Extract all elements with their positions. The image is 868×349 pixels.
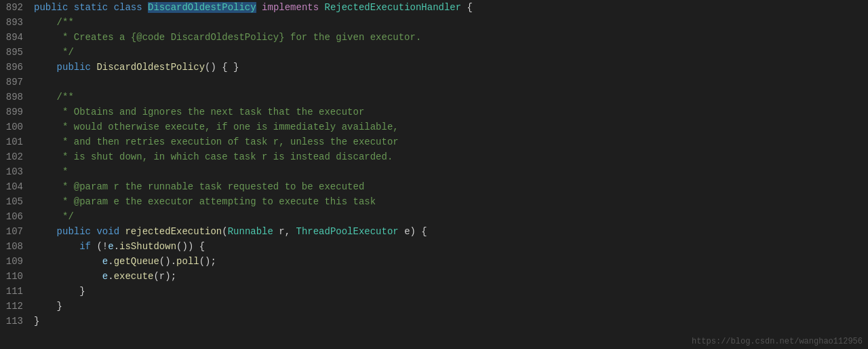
line-content: e.execute(r); [34,269,176,284]
table-row: 897 [0,75,868,90]
line-content: public static class DiscardOldestPolicy … [34,0,473,15]
line-content: * @param r the runnable task requested t… [34,179,364,194]
line-content: * would otherwise execute, if one is imm… [34,120,399,134]
line-content: * Obtains and ignores the next task that… [34,105,364,120]
line-content: */ [34,45,74,60]
table-row: 101 * and then retries execution of task… [0,134,868,149]
table-row: 110 e.execute(r); [0,269,868,284]
line-content: /** [34,15,74,30]
line-number: 113 [0,314,34,329]
line-content: /** [34,90,74,105]
table-row: 112 } [0,299,868,314]
line-number: 893 [0,15,34,30]
line-content: * @param e the executor attempting to ex… [34,194,376,209]
line-content: } [34,299,62,314]
table-row: 105 * @param e the executor attempting t… [0,194,868,209]
table-row: 896 public DiscardOldestPolicy() { } [0,60,868,75]
line-number: 898 [0,90,34,105]
line-number: 112 [0,299,34,314]
line-number: 104 [0,179,34,194]
table-row: 893 /** [0,15,868,30]
table-row: 113} [0,314,868,329]
table-row: 109 e.getQueue().poll(); [0,254,868,269]
line-number: 102 [0,149,34,164]
code-lines: 892public static class DiscardOldestPoli… [0,0,868,329]
line-number: 105 [0,194,34,209]
line-number: 894 [0,30,34,45]
line-content: if (!e.isShutdown()) { [34,239,205,254]
line-number: 110 [0,269,34,284]
line-number: 897 [0,75,34,90]
table-row: 892public static class DiscardOldestPoli… [0,0,868,15]
line-number: 101 [0,134,34,149]
watermark: https://blog.csdn.net/wanghao112956 [692,337,863,346]
line-content: * [34,164,68,179]
line-number: 111 [0,284,34,299]
line-content [34,75,39,90]
line-number: 103 [0,164,34,179]
line-content: e.getQueue().poll(); [34,254,216,269]
line-number: 108 [0,239,34,254]
table-row: 102 * is shut down, in which case task r… [0,149,868,164]
line-content: public void rejectedExecution(Runnable r… [34,224,427,239]
line-number: 899 [0,105,34,120]
line-number: 100 [0,120,34,134]
table-row: 103 * [0,164,868,179]
line-number: 892 [0,0,34,15]
line-content: */ [34,209,74,224]
table-row: 111 } [0,284,868,299]
table-row: 106 */ [0,209,868,224]
table-row: 108 if (!e.isShutdown()) { [0,239,868,254]
table-row: 100 * would otherwise execute, if one is… [0,120,868,134]
line-content: * and then retries execution of task r, … [34,134,399,149]
table-row: 895 */ [0,45,868,60]
line-content: } [34,284,85,299]
code-editor: 892public static class DiscardOldestPoli… [0,0,868,349]
line-content: } [34,314,39,329]
table-row: 107 public void rejectedExecution(Runnab… [0,224,868,239]
line-content: public DiscardOldestPolicy() { } [34,60,239,75]
line-content: * is shut down, in which case task r is … [34,149,393,164]
table-row: 899 * Obtains and ignores the next task … [0,105,868,120]
line-number: 896 [0,60,34,75]
line-number: 106 [0,209,34,224]
line-number: 895 [0,45,34,60]
table-row: 894 * Creates a {@code DiscardOldestPoli… [0,30,868,45]
line-content: * Creates a {@code DiscardOldestPolicy} … [34,30,421,45]
table-row: 898 /** [0,90,868,105]
line-number: 109 [0,254,34,269]
line-number: 107 [0,224,34,239]
table-row: 104 * @param r the runnable task request… [0,179,868,194]
